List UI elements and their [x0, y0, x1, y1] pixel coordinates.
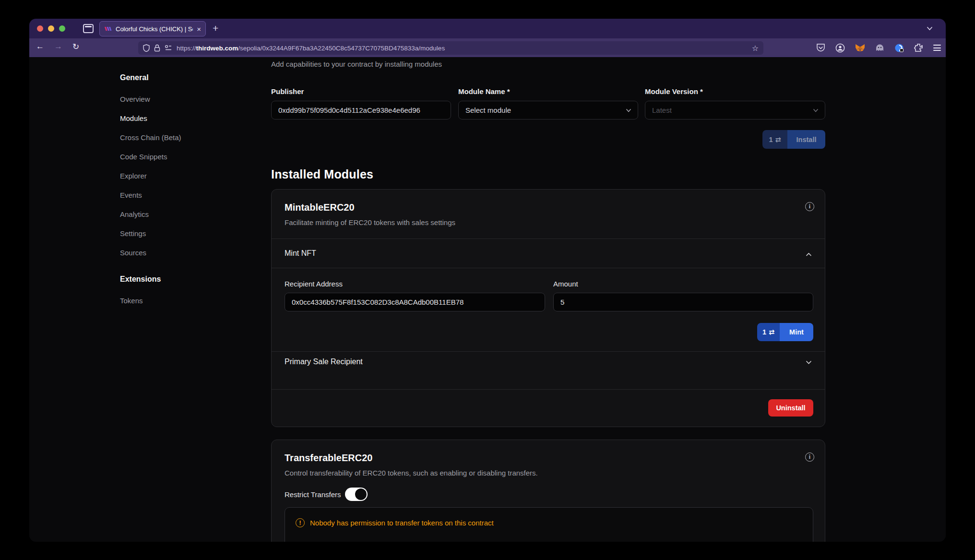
install-button-label: Install: [787, 130, 825, 149]
sidebar-item-sources[interactable]: Sources: [120, 243, 230, 262]
install-button[interactable]: 1⇄ Install: [762, 130, 825, 149]
browser-tab[interactable]: Colorful Chicks (CHICK) | Sepoli ×: [99, 21, 206, 36]
module-version-label: Module Version *: [645, 87, 703, 95]
sidebar-item-overview[interactable]: Overview: [120, 90, 230, 109]
sidebar-item-modules[interactable]: Modules: [120, 109, 230, 128]
module-description: Control transferability of ERC20 tokens,…: [285, 469, 538, 477]
password-manager-icon[interactable]: [894, 43, 904, 53]
sidebar-item-tokens[interactable]: Tokens: [120, 291, 230, 310]
chevron-down-icon: [812, 107, 819, 114]
warning-text: Nobody has permission to transfer tokens…: [310, 519, 494, 527]
extensions-puzzle-icon[interactable]: [914, 43, 923, 52]
info-icon[interactable]: i: [805, 202, 814, 211]
sidebar-item-events[interactable]: Events: [120, 186, 230, 205]
installed-modules-heading: Installed Modules: [271, 167, 373, 181]
tab-title: Colorful Chicks (CHICK) | Sepoli: [116, 25, 193, 33]
back-button[interactable]: ←: [36, 42, 44, 51]
window-controls[interactable]: [37, 25, 65, 32]
padlock-icon[interactable]: [154, 44, 160, 52]
recipient-address-input[interactable]: [285, 293, 545, 311]
primary-sale-recipient-accordion[interactable]: Primary Sale Recipient: [285, 357, 363, 366]
module-description: Facilitate minting of ERC20 tokens with …: [285, 218, 455, 226]
mint-button-label: Mint: [780, 323, 813, 341]
tab-bar: Colorful Chicks (CHICK) | Sepoli × +: [29, 19, 946, 38]
module-version-selected-value: Latest: [652, 106, 672, 114]
zoom-window-button[interactable]: [59, 25, 65, 32]
site-permissions-icon[interactable]: [165, 45, 172, 51]
module-name-select[interactable]: Select module: [458, 101, 638, 119]
module-card-mintable-erc20: MintableERC20 i Facilitate minting of ER…: [271, 189, 825, 427]
amount-input[interactable]: [553, 293, 813, 311]
mint-nft-accordion[interactable]: Mint NFT: [285, 249, 316, 258]
sidebar-section-extensions: Extensions: [120, 275, 230, 291]
sidebar-item-analytics[interactable]: Analytics: [120, 205, 230, 224]
minimize-window-button[interactable]: [48, 25, 54, 32]
tracking-protection-shield-icon[interactable]: [143, 44, 150, 52]
reload-button[interactable]: ↻: [72, 42, 79, 52]
sidebar-item-explorer[interactable]: Explorer: [120, 167, 230, 186]
mint-button[interactable]: 1⇄ Mint: [757, 323, 813, 341]
module-card-transferable-erc20: TransferableERC20 i Control transferabil…: [271, 440, 825, 542]
module-version-select[interactable]: Latest: [645, 101, 825, 119]
pocket-icon[interactable]: [816, 43, 825, 52]
transactions-icon: ⇄: [769, 328, 774, 336]
menu-hamburger-icon[interactable]: [933, 45, 941, 51]
uninstall-button[interactable]: Uninstall: [768, 399, 813, 417]
publisher-input[interactable]: [271, 101, 451, 119]
modules-page: Add capabilities to your contract by ins…: [271, 57, 825, 542]
amount-label: Amount: [553, 280, 578, 288]
account-icon[interactable]: [835, 43, 845, 53]
forward-button: →: [54, 42, 62, 51]
publisher-label: Publisher: [271, 87, 304, 95]
url-domain: thirdweb.com: [196, 45, 238, 52]
sidebar-item-code-snippets[interactable]: Code Snippets: [120, 147, 230, 167]
mint-tx-count: 1⇄: [757, 323, 780, 341]
page-intro-text: Add capabilities to your contract by ins…: [271, 60, 442, 68]
module-name-selected-value: Select module: [465, 106, 511, 114]
url-text[interactable]: https://thirdweb.com/sepolia/0x3244A9F67…: [177, 45, 748, 52]
sidebar-item-cross-chain[interactable]: Cross Chain (Beta): [120, 128, 230, 147]
info-icon[interactable]: i: [805, 453, 814, 462]
recipient-address-label: Recipient Address: [285, 280, 343, 288]
new-tab-button[interactable]: +: [213, 23, 218, 34]
firefox-view-icon[interactable]: [83, 24, 94, 33]
metamask-icon[interactable]: [855, 43, 865, 53]
chevron-down-icon: [625, 107, 632, 114]
permission-warning-box: ! Nobody has permission to transfer toke…: [285, 507, 813, 542]
install-tx-count: 1⇄: [762, 130, 787, 149]
browser-window: Colorful Chicks (CHICK) | Sepoli × + ← →…: [29, 19, 946, 542]
toggle-knob: [355, 489, 367, 500]
transactions-icon: ⇄: [775, 136, 781, 143]
module-title: TransferableERC20: [285, 453, 372, 464]
navigation-toolbar: ← → ↻ https://thirdweb.com/sepolia/0x324…: [29, 38, 946, 57]
toolbar-extension-icons: [816, 38, 941, 57]
page-content: General Overview Modules Cross Chain (Be…: [29, 57, 946, 542]
warning-icon: !: [296, 518, 305, 527]
tab-close-icon[interactable]: ×: [197, 25, 201, 33]
address-bar[interactable]: https://thirdweb.com/sepolia/0x3244A9F67…: [138, 41, 763, 55]
contract-sidebar: General Overview Modules Cross Chain (Be…: [120, 73, 230, 310]
module-title: MintableERC20: [285, 202, 355, 213]
thirdweb-favicon-icon: [104, 25, 112, 33]
phantom-wallet-icon[interactable]: [875, 43, 884, 52]
chevron-down-icon[interactable]: [805, 359, 812, 366]
sidebar-item-settings[interactable]: Settings: [120, 224, 230, 243]
module-name-label: Module Name *: [458, 87, 510, 95]
sidebar-section-general: General: [120, 73, 230, 90]
restrict-transfers-toggle[interactable]: [345, 488, 368, 501]
bookmark-star-icon[interactable]: ☆: [752, 44, 759, 53]
chevron-up-icon[interactable]: [805, 251, 812, 258]
list-tabs-chevron-icon[interactable]: [926, 25, 933, 32]
close-window-button[interactable]: [37, 25, 43, 32]
restrict-transfers-label: Restrict Transfers: [285, 490, 341, 499]
